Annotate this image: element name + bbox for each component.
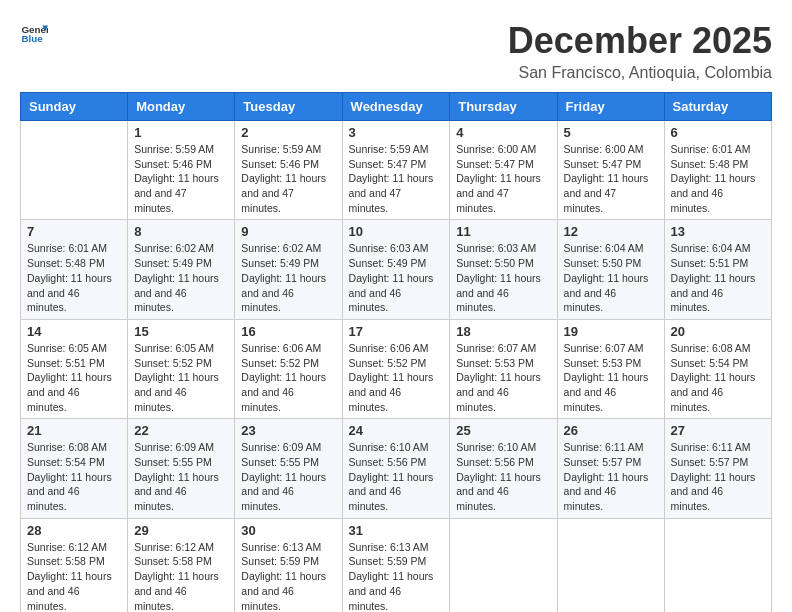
calendar-cell: 23Sunrise: 6:09 AMSunset: 5:55 PMDayligh…	[235, 419, 342, 518]
day-number: 19	[564, 324, 658, 339]
day-info: Sunrise: 6:12 AMSunset: 5:58 PMDaylight:…	[27, 540, 121, 612]
day-number: 31	[349, 523, 444, 538]
calendar-cell: 1Sunrise: 5:59 AMSunset: 5:46 PMDaylight…	[128, 121, 235, 220]
day-number: 11	[456, 224, 550, 239]
day-number: 28	[27, 523, 121, 538]
week-row-1: 1Sunrise: 5:59 AMSunset: 5:46 PMDaylight…	[21, 121, 772, 220]
calendar-cell: 20Sunrise: 6:08 AMSunset: 5:54 PMDayligh…	[664, 319, 771, 418]
day-info: Sunrise: 6:11 AMSunset: 5:57 PMDaylight:…	[671, 440, 765, 513]
title-area: December 2025 San Francisco, Antioquia, …	[508, 20, 772, 82]
day-number: 5	[564, 125, 658, 140]
calendar-cell: 9Sunrise: 6:02 AMSunset: 5:49 PMDaylight…	[235, 220, 342, 319]
day-info: Sunrise: 5:59 AMSunset: 5:47 PMDaylight:…	[349, 142, 444, 215]
day-info: Sunrise: 6:01 AMSunset: 5:48 PMDaylight:…	[27, 241, 121, 314]
day-info: Sunrise: 6:00 AMSunset: 5:47 PMDaylight:…	[456, 142, 550, 215]
day-info: Sunrise: 6:13 AMSunset: 5:59 PMDaylight:…	[241, 540, 335, 612]
day-info: Sunrise: 6:09 AMSunset: 5:55 PMDaylight:…	[134, 440, 228, 513]
col-monday: Monday	[128, 93, 235, 121]
day-info: Sunrise: 6:00 AMSunset: 5:47 PMDaylight:…	[564, 142, 658, 215]
day-info: Sunrise: 6:12 AMSunset: 5:58 PMDaylight:…	[134, 540, 228, 612]
day-number: 9	[241, 224, 335, 239]
col-tuesday: Tuesday	[235, 93, 342, 121]
day-number: 23	[241, 423, 335, 438]
day-info: Sunrise: 6:05 AMSunset: 5:51 PMDaylight:…	[27, 341, 121, 414]
day-number: 3	[349, 125, 444, 140]
calendar-cell: 28Sunrise: 6:12 AMSunset: 5:58 PMDayligh…	[21, 518, 128, 612]
calendar-table: Sunday Monday Tuesday Wednesday Thursday…	[20, 92, 772, 612]
calendar-cell	[21, 121, 128, 220]
day-number: 15	[134, 324, 228, 339]
day-info: Sunrise: 6:04 AMSunset: 5:50 PMDaylight:…	[564, 241, 658, 314]
calendar-cell: 8Sunrise: 6:02 AMSunset: 5:49 PMDaylight…	[128, 220, 235, 319]
calendar-cell: 27Sunrise: 6:11 AMSunset: 5:57 PMDayligh…	[664, 419, 771, 518]
day-number: 16	[241, 324, 335, 339]
day-number: 21	[27, 423, 121, 438]
calendar-cell: 5Sunrise: 6:00 AMSunset: 5:47 PMDaylight…	[557, 121, 664, 220]
day-info: Sunrise: 6:05 AMSunset: 5:52 PMDaylight:…	[134, 341, 228, 414]
day-info: Sunrise: 6:02 AMSunset: 5:49 PMDaylight:…	[134, 241, 228, 314]
page-subtitle: San Francisco, Antioquia, Colombia	[508, 64, 772, 82]
calendar-cell	[557, 518, 664, 612]
day-number: 7	[27, 224, 121, 239]
logo-icon: General Blue	[20, 20, 48, 48]
day-info: Sunrise: 6:13 AMSunset: 5:59 PMDaylight:…	[349, 540, 444, 612]
logo: General Blue	[20, 20, 48, 48]
day-number: 22	[134, 423, 228, 438]
calendar-cell: 17Sunrise: 6:06 AMSunset: 5:52 PMDayligh…	[342, 319, 450, 418]
day-number: 25	[456, 423, 550, 438]
calendar-cell: 14Sunrise: 6:05 AMSunset: 5:51 PMDayligh…	[21, 319, 128, 418]
calendar-cell: 11Sunrise: 6:03 AMSunset: 5:50 PMDayligh…	[450, 220, 557, 319]
calendar-cell: 12Sunrise: 6:04 AMSunset: 5:50 PMDayligh…	[557, 220, 664, 319]
calendar-header-row: Sunday Monday Tuesday Wednesday Thursday…	[21, 93, 772, 121]
calendar-cell: 26Sunrise: 6:11 AMSunset: 5:57 PMDayligh…	[557, 419, 664, 518]
day-number: 8	[134, 224, 228, 239]
day-number: 4	[456, 125, 550, 140]
day-info: Sunrise: 6:09 AMSunset: 5:55 PMDaylight:…	[241, 440, 335, 513]
day-info: Sunrise: 6:07 AMSunset: 5:53 PMDaylight:…	[564, 341, 658, 414]
day-number: 17	[349, 324, 444, 339]
week-row-3: 14Sunrise: 6:05 AMSunset: 5:51 PMDayligh…	[21, 319, 772, 418]
calendar-cell: 4Sunrise: 6:00 AMSunset: 5:47 PMDaylight…	[450, 121, 557, 220]
calendar-cell: 21Sunrise: 6:08 AMSunset: 5:54 PMDayligh…	[21, 419, 128, 518]
day-info: Sunrise: 6:10 AMSunset: 5:56 PMDaylight:…	[456, 440, 550, 513]
day-info: Sunrise: 6:11 AMSunset: 5:57 PMDaylight:…	[564, 440, 658, 513]
day-info: Sunrise: 6:01 AMSunset: 5:48 PMDaylight:…	[671, 142, 765, 215]
day-number: 26	[564, 423, 658, 438]
col-friday: Friday	[557, 93, 664, 121]
calendar-cell: 16Sunrise: 6:06 AMSunset: 5:52 PMDayligh…	[235, 319, 342, 418]
calendar-cell: 30Sunrise: 6:13 AMSunset: 5:59 PMDayligh…	[235, 518, 342, 612]
col-saturday: Saturday	[664, 93, 771, 121]
day-info: Sunrise: 6:02 AMSunset: 5:49 PMDaylight:…	[241, 241, 335, 314]
day-info: Sunrise: 6:03 AMSunset: 5:49 PMDaylight:…	[349, 241, 444, 314]
day-info: Sunrise: 6:06 AMSunset: 5:52 PMDaylight:…	[241, 341, 335, 414]
svg-text:Blue: Blue	[21, 33, 43, 44]
calendar-cell	[664, 518, 771, 612]
day-number: 10	[349, 224, 444, 239]
day-info: Sunrise: 6:08 AMSunset: 5:54 PMDaylight:…	[27, 440, 121, 513]
col-sunday: Sunday	[21, 93, 128, 121]
calendar-cell: 19Sunrise: 6:07 AMSunset: 5:53 PMDayligh…	[557, 319, 664, 418]
day-info: Sunrise: 6:03 AMSunset: 5:50 PMDaylight:…	[456, 241, 550, 314]
week-row-2: 7Sunrise: 6:01 AMSunset: 5:48 PMDaylight…	[21, 220, 772, 319]
calendar-cell: 7Sunrise: 6:01 AMSunset: 5:48 PMDaylight…	[21, 220, 128, 319]
day-number: 13	[671, 224, 765, 239]
day-number: 24	[349, 423, 444, 438]
calendar-cell: 31Sunrise: 6:13 AMSunset: 5:59 PMDayligh…	[342, 518, 450, 612]
day-info: Sunrise: 5:59 AMSunset: 5:46 PMDaylight:…	[241, 142, 335, 215]
calendar-cell	[450, 518, 557, 612]
calendar-cell: 29Sunrise: 6:12 AMSunset: 5:58 PMDayligh…	[128, 518, 235, 612]
day-number: 30	[241, 523, 335, 538]
calendar-cell: 10Sunrise: 6:03 AMSunset: 5:49 PMDayligh…	[342, 220, 450, 319]
day-info: Sunrise: 6:04 AMSunset: 5:51 PMDaylight:…	[671, 241, 765, 314]
day-number: 12	[564, 224, 658, 239]
col-thursday: Thursday	[450, 93, 557, 121]
calendar-cell: 15Sunrise: 6:05 AMSunset: 5:52 PMDayligh…	[128, 319, 235, 418]
page-title: December 2025	[508, 20, 772, 62]
week-row-5: 28Sunrise: 6:12 AMSunset: 5:58 PMDayligh…	[21, 518, 772, 612]
day-info: Sunrise: 5:59 AMSunset: 5:46 PMDaylight:…	[134, 142, 228, 215]
col-wednesday: Wednesday	[342, 93, 450, 121]
day-info: Sunrise: 6:10 AMSunset: 5:56 PMDaylight:…	[349, 440, 444, 513]
day-info: Sunrise: 6:07 AMSunset: 5:53 PMDaylight:…	[456, 341, 550, 414]
calendar-cell: 25Sunrise: 6:10 AMSunset: 5:56 PMDayligh…	[450, 419, 557, 518]
calendar-cell: 13Sunrise: 6:04 AMSunset: 5:51 PMDayligh…	[664, 220, 771, 319]
